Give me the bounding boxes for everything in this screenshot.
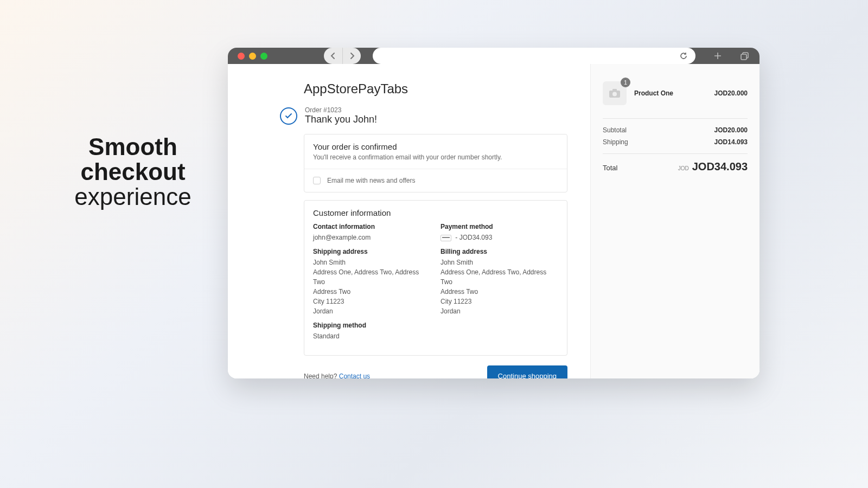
footer-row: Need help? Contact us Continue shopping — [304, 365, 567, 378]
customer-info-heading: Customer information — [313, 208, 558, 217]
svg-point-4 — [612, 92, 617, 97]
payment-heading: Payment method — [441, 223, 558, 230]
continue-shopping-button[interactable]: Continue shopping — [487, 365, 567, 378]
qty-badge: 1 — [621, 78, 630, 87]
billing-address: John Smith Address One, Address Two, Add… — [441, 258, 558, 316]
maximize-icon[interactable] — [260, 53, 267, 60]
promo-line1: Smooth — [52, 134, 214, 159]
customer-info-card: Customer information Contact information… — [304, 200, 567, 356]
thank-you-text: Thank you John! — [305, 114, 377, 125]
contact-email: john@example.com — [313, 233, 431, 242]
forward-button[interactable] — [342, 48, 361, 64]
reload-icon[interactable] — [679, 52, 688, 60]
total-row: Total JODJOD34.093 — [603, 160, 748, 173]
checkmark-icon — [280, 107, 297, 125]
shipping-address: John Smith Address One, Address Two, Add… — [313, 258, 431, 316]
promo-line3: experience — [52, 184, 214, 209]
order-number: Order #1023 — [305, 106, 377, 114]
payment-method: - JOD34.093 — [441, 233, 558, 242]
new-tab-icon[interactable] — [713, 51, 723, 61]
shipping-method: Standard — [313, 331, 431, 341]
svg-rect-1 — [741, 54, 746, 60]
subtotal-row: SubtotalJOD20.000 — [603, 124, 748, 136]
help-text: Need help? Contact us — [304, 373, 370, 379]
camera-icon — [609, 89, 620, 98]
back-button[interactable] — [324, 48, 342, 64]
order-header: Order #1023 Thank you John! — [280, 106, 567, 125]
shipping-address-heading: Shipping address — [313, 248, 431, 255]
close-icon[interactable] — [238, 53, 245, 60]
url-bar[interactable] — [373, 48, 695, 64]
promo-caption: Smooth checkout experience — [52, 134, 214, 210]
window-controls — [238, 53, 267, 60]
email-opt-in-checkbox[interactable] — [313, 177, 321, 184]
cart-item: 1 Product One JOD20.000 — [603, 81, 748, 105]
product-price: JOD20.000 — [714, 89, 748, 97]
product-thumbnail: 1 — [603, 81, 627, 105]
card-icon — [441, 235, 451, 241]
divider — [603, 153, 748, 154]
product-name: Product One — [634, 89, 707, 97]
promo-line2: checkout — [52, 159, 214, 184]
shipping-method-heading: Shipping method — [313, 322, 431, 329]
email-opt-in-label: Email me with news and offers — [327, 177, 416, 184]
checkout-main: AppStorePayTabs Order #1023 Thank you Jo… — [228, 64, 590, 378]
contact-heading: Contact information — [313, 223, 431, 230]
svg-rect-3 — [612, 89, 617, 91]
browser-window: AppStorePayTabs Order #1023 Thank you Jo… — [228, 48, 760, 378]
shipping-row: ShippingJOD14.093 — [603, 136, 748, 148]
contact-us-link[interactable]: Contact us — [339, 373, 370, 379]
browser-titlebar — [228, 48, 760, 64]
minimize-icon[interactable] — [249, 53, 256, 60]
page-content: AppStorePayTabs Order #1023 Thank you Jo… — [228, 64, 760, 378]
confirmed-subtitle: You'll receive a confirmation email with… — [313, 153, 558, 161]
nav-buttons — [324, 48, 361, 64]
divider — [603, 118, 748, 119]
tabs-icon[interactable] — [740, 51, 750, 61]
billing-address-heading: Billing address — [441, 248, 558, 255]
order-summary-sidebar: 1 Product One JOD20.000 SubtotalJOD20.00… — [590, 64, 760, 378]
confirmed-title: Your order is confirmed — [313, 142, 558, 151]
store-name: AppStorePayTabs — [304, 81, 567, 97]
confirmation-card: Your order is confirmed You'll receive a… — [304, 134, 567, 192]
